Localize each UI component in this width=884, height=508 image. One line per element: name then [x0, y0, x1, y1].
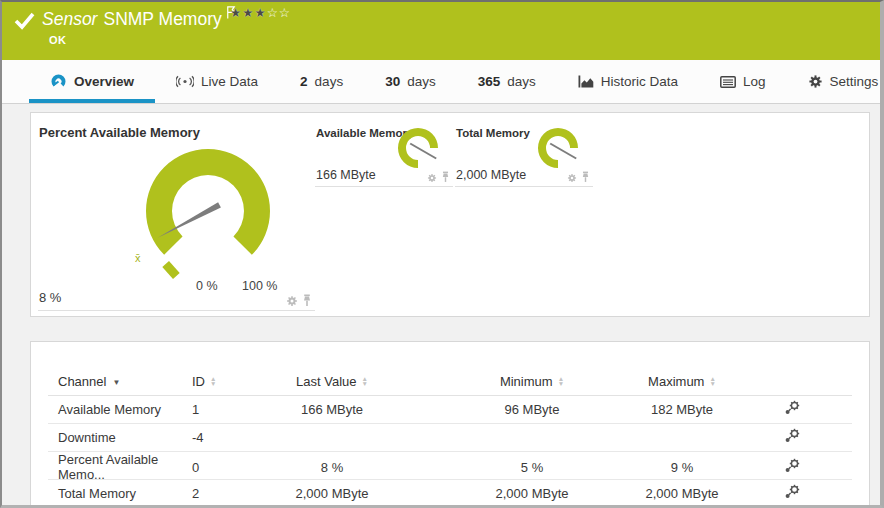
tab-number: 365 [478, 74, 501, 89]
sort-desc-icon: ▼ [112, 378, 120, 387]
gauge-title: Total Memory [456, 127, 530, 139]
status-badge: OK [49, 34, 66, 46]
cell-maximum: 182 MByte [602, 402, 762, 417]
widget-icons [286, 294, 312, 307]
stars-filled[interactable]: ★★★ [230, 6, 267, 20]
tab-label: Log [743, 74, 766, 89]
page-title: SensorSNMP Memory [42, 9, 236, 30]
cell-channel: Available Memory [48, 402, 192, 417]
table-row-percent-available-memory[interactable]: Percent Available Memo... 0 8 % 5 % 9 % [48, 452, 852, 480]
widget-icons [427, 171, 450, 183]
widget-gear-icon[interactable] [286, 295, 298, 307]
table-row-available-memory[interactable]: Available Memory 1 166 MByte 96 MByte 18… [48, 396, 852, 424]
gauges-panel: Percent Available Memory x̄ 0 % 100 % 8 … [30, 112, 870, 317]
tab-label: days [507, 74, 536, 89]
gauge-scale-max: 100 % [242, 279, 277, 293]
gauge-scale-min: 0 % [196, 279, 218, 293]
live-data-icon [176, 75, 194, 88]
channel-settings-icon[interactable] [784, 428, 800, 444]
tab-label: Overview [74, 74, 134, 89]
priority-stars[interactable]: ★★★☆☆ [230, 5, 291, 20]
gauge-value: 8 % [39, 290, 61, 305]
cell-last-value: 2,000 MByte [262, 486, 402, 501]
cell-id: -4 [192, 430, 262, 445]
table-row-total-memory[interactable]: Total Memory 2 2,000 MByte 2,000 MByte 2… [48, 480, 852, 508]
pin-icon[interactable] [441, 171, 450, 183]
cell-last-value: 8 % [262, 460, 402, 475]
gauge-widget-available-memory[interactable]: Available Memory 166 MByte [315, 125, 453, 187]
cell-channel: Downtime [48, 430, 192, 445]
cell-id: 0 [192, 460, 262, 475]
sort-icon: ▲▼ [362, 376, 368, 386]
channels-table: Channel▼ ID▲▼ Last Value▲▼ Minimum▲▼ Max… [48, 367, 852, 508]
log-icon [720, 76, 736, 88]
tab-label: days [315, 74, 344, 89]
tab-label: Settings [830, 74, 879, 89]
gauge-widget-total-memory[interactable]: Total Memory 2,000 MByte [455, 125, 593, 187]
total-memory-gauge [535, 125, 581, 171]
gauge-icon [50, 73, 67, 90]
cell-minimum: 2,000 MByte [462, 486, 602, 501]
channels-panel: Channel▼ ID▲▼ Last Value▲▼ Minimum▲▼ Max… [30, 341, 870, 508]
pin-icon[interactable] [581, 171, 590, 183]
cell-channel: Total Memory [48, 486, 192, 501]
stars-empty[interactable]: ☆☆ [267, 6, 291, 20]
tab-log[interactable]: Log [699, 60, 787, 103]
channel-settings-icon[interactable] [784, 400, 800, 416]
cell-minimum: 5 % [462, 460, 602, 475]
widget-gear-icon[interactable] [567, 173, 577, 183]
tab-number: 2 [300, 74, 308, 89]
gear-icon [808, 74, 823, 89]
sensor-name: SNMP Memory [103, 9, 221, 29]
tab-historic-data[interactable]: Historic Data [557, 60, 699, 103]
tab-settings[interactable]: Settings [787, 60, 884, 103]
cell-id: 2 [192, 486, 262, 501]
column-header-id[interactable]: ID▲▼ [192, 374, 262, 389]
sensor-type-label: Sensor [42, 9, 97, 29]
tab-30-days[interactable]: 30 days [364, 60, 457, 103]
tab-365-days[interactable]: 365 days [457, 60, 557, 103]
sort-icon: ▲▼ [709, 376, 715, 386]
widget-gear-icon[interactable] [427, 173, 437, 183]
cell-maximum: 2,000 MByte [602, 486, 762, 501]
tab-label: days [407, 74, 436, 89]
tab-number: 30 [385, 74, 400, 89]
column-header-minimum[interactable]: Minimum▲▼ [462, 374, 602, 389]
column-header-last-value[interactable]: Last Value▲▼ [262, 374, 402, 389]
channel-settings-icon[interactable] [784, 484, 800, 500]
percent-gauge: x̄ [118, 133, 298, 288]
ok-check-icon [13, 11, 36, 34]
cell-maximum: 9 % [602, 460, 762, 475]
column-header-channel[interactable]: Channel▼ [48, 374, 192, 389]
tab-label: Live Data [201, 74, 258, 89]
gauge-value: 166 MByte [316, 168, 376, 182]
cell-last-value: 166 MByte [262, 402, 402, 417]
sensor-header: SensorSNMP Memory ★★★☆☆ OK [2, 2, 880, 60]
average-marker: x̄ [135, 252, 141, 264]
channel-settings-icon[interactable] [784, 458, 800, 474]
tab-overview[interactable]: Overview [29, 60, 155, 103]
available-memory-gauge [395, 125, 441, 171]
tab-live-data[interactable]: Live Data [155, 60, 279, 103]
area-chart-icon [578, 75, 594, 88]
cell-channel: Percent Available Memo... [48, 452, 192, 482]
widget-icons [567, 171, 590, 183]
tab-label: Historic Data [601, 74, 678, 89]
cell-id: 1 [192, 402, 262, 417]
gauge-value: 2,000 MByte [456, 168, 526, 182]
sort-icon: ▲▼ [210, 376, 216, 386]
tab-2-days[interactable]: 2 days [279, 60, 364, 103]
column-header-maximum[interactable]: Maximum▲▼ [602, 374, 762, 389]
cell-minimum: 96 MByte [462, 402, 602, 417]
table-header-row: Channel▼ ID▲▼ Last Value▲▼ Minimum▲▼ Max… [48, 367, 852, 396]
sort-icon: ▲▼ [558, 376, 564, 386]
gauge-widget-percent-available-memory[interactable]: Percent Available Memory x̄ 0 % 100 % 8 … [38, 119, 315, 311]
tab-bar: Overview Live Data 2 days 30 days 365 da… [2, 60, 880, 104]
table-row-downtime[interactable]: Downtime -4 [48, 424, 852, 452]
pin-icon[interactable] [302, 294, 312, 307]
prtg-sensor-window: SensorSNMP Memory ★★★☆☆ OK Overview Live… [0, 0, 884, 508]
